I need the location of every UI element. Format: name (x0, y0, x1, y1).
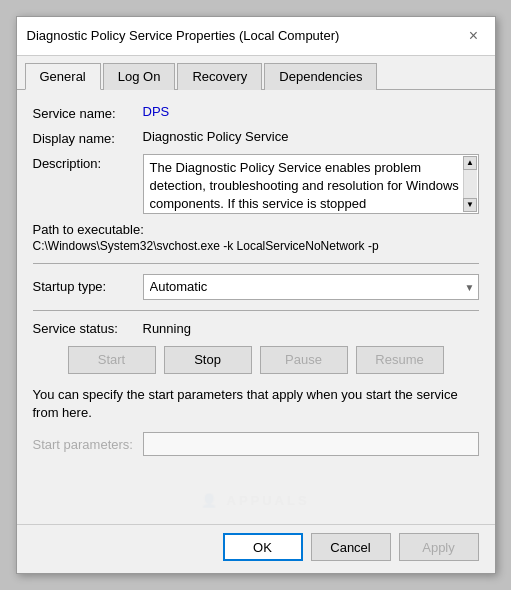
display-name-value: Diagnostic Policy Service (143, 129, 479, 144)
tab-content: Service name: DPS Display name: Diagnost… (17, 90, 495, 524)
service-control-buttons: Start Stop Pause Resume (33, 346, 479, 374)
startup-type-wrapper: Automatic Automatic (Delayed Start) Manu… (143, 274, 479, 300)
path-section: Path to executable: C:\Windows\System32\… (33, 222, 479, 253)
cancel-button[interactable]: Cancel (311, 533, 391, 561)
startup-type-select[interactable]: Automatic Automatic (Delayed Start) Manu… (143, 274, 479, 300)
title-bar: Diagnostic Policy Service Properties (Lo… (17, 17, 495, 56)
divider-1 (33, 263, 479, 264)
divider-2 (33, 310, 479, 311)
apply-button[interactable]: Apply (399, 533, 479, 561)
start-button[interactable]: Start (68, 346, 156, 374)
service-status-label: Service status: (33, 321, 143, 336)
description-label: Description: (33, 154, 143, 171)
description-wrapper: The Diagnostic Policy Service enables pr… (143, 154, 479, 214)
scroll-down-button[interactable]: ▼ (463, 198, 477, 212)
service-name-row: Service name: DPS (33, 104, 479, 121)
display-name-label: Display name: (33, 129, 143, 146)
startup-type-label: Startup type: (33, 279, 143, 294)
watermark-area: 👤 APPUALS (33, 470, 479, 510)
description-box: The Diagnostic Policy Service enables pr… (143, 154, 479, 214)
service-name-label: Service name: (33, 104, 143, 121)
service-name-value: DPS (143, 104, 170, 119)
tab-recovery[interactable]: Recovery (177, 63, 262, 90)
description-text: The Diagnostic Policy Service enables pr… (150, 160, 459, 211)
display-name-row: Display name: Diagnostic Policy Service (33, 129, 479, 146)
service-status-row: Service status: Running (33, 321, 479, 336)
ok-button[interactable]: OK (223, 533, 303, 561)
params-label: Start parameters: (33, 437, 143, 452)
resume-button[interactable]: Resume (356, 346, 444, 374)
close-button[interactable]: × (463, 25, 485, 47)
stop-button[interactable]: Stop (164, 346, 252, 374)
description-scrollbar: ▲ ▼ (463, 156, 477, 212)
tab-bar: General Log On Recovery Dependencies (17, 56, 495, 90)
watermark: 👤 APPUALS (33, 493, 479, 510)
tab-logon[interactable]: Log On (103, 63, 176, 90)
tab-dependencies[interactable]: Dependencies (264, 63, 377, 90)
window-title: Diagnostic Policy Service Properties (Lo… (27, 28, 340, 43)
service-name-field: DPS (143, 104, 479, 119)
tab-general[interactable]: General (25, 63, 101, 90)
description-row: Description: The Diagnostic Policy Servi… (33, 154, 479, 214)
scroll-up-button[interactable]: ▲ (463, 156, 477, 170)
service-status-value: Running (143, 321, 191, 336)
startup-type-row: Startup type: Automatic Automatic (Delay… (33, 274, 479, 300)
info-text: You can specify the start parameters tha… (33, 386, 479, 422)
footer-buttons: OK Cancel Apply (17, 524, 495, 573)
pause-button[interactable]: Pause (260, 346, 348, 374)
properties-window: Diagnostic Policy Service Properties (Lo… (16, 16, 496, 574)
params-input[interactable] (143, 432, 479, 456)
path-value: C:\Windows\System32\svchost.exe -k Local… (33, 239, 479, 253)
path-label: Path to executable: (33, 222, 479, 237)
params-row: Start parameters: (33, 432, 479, 456)
